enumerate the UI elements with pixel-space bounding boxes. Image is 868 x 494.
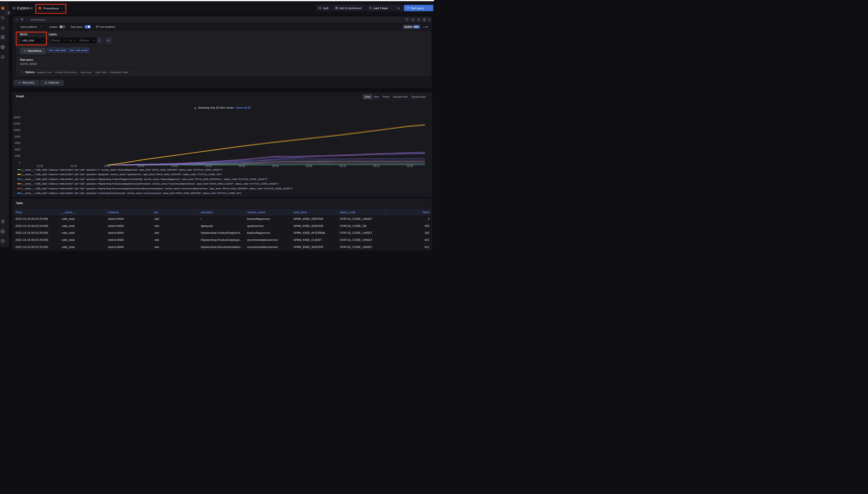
- svg-text:00:05: 00:05: [306, 165, 312, 168]
- svg-text:12000: 12000: [13, 122, 20, 125]
- svg-text:4000: 4000: [15, 148, 20, 151]
- svg-text:2000: 2000: [15, 155, 20, 157]
- svg-text:8000: 8000: [15, 135, 20, 138]
- svg-text:23:25: 23:25: [37, 165, 43, 168]
- svg-text:14000: 14000: [13, 116, 20, 119]
- svg-text:6000: 6000: [15, 141, 20, 145]
- svg-text:00:20: 00:20: [407, 165, 413, 168]
- svg-text:10000: 10000: [13, 129, 20, 132]
- svg-text:00:10: 00:10: [340, 165, 346, 168]
- svg-text:23:30: 23:30: [70, 165, 76, 168]
- svg-text:00:15: 00:15: [373, 165, 379, 168]
- svg-text:0: 0: [19, 161, 20, 164]
